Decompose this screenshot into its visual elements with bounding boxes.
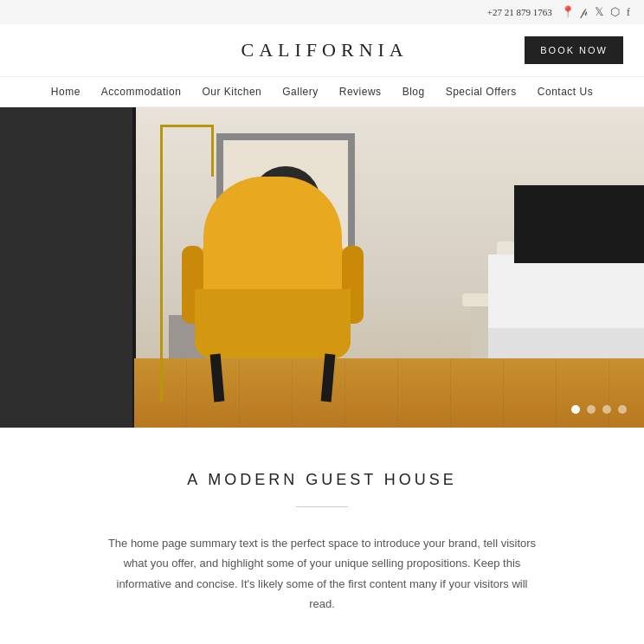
book-now-button[interactable]: BOOK NOW — [525, 36, 623, 64]
facebook-icon[interactable]: f — [627, 5, 630, 19]
nav-kitchen[interactable]: Our Kitchen — [202, 86, 261, 98]
header: CALIFORNIA BOOK NOW — [0, 24, 644, 77]
slider-dot-2[interactable] — [587, 405, 596, 414]
lamp-pole — [160, 125, 163, 402]
yellow-chair — [195, 211, 351, 358]
hero-image: ✿ — [0, 107, 644, 428]
nav-special-offers[interactable]: Special Offers — [446, 86, 517, 98]
section-divider — [296, 506, 348, 507]
intro-section: A MODERN GUEST HOUSE The home page summa… — [0, 428, 644, 641]
twitter-icon[interactable]: 𝕏 — [595, 5, 603, 19]
slider-dot-3[interactable] — [602, 405, 611, 414]
chair-seat — [195, 289, 351, 358]
chair-body — [195, 211, 351, 358]
intro-heading: A MODERN GUEST HOUSE — [69, 471, 575, 489]
nav-contact[interactable]: Contact Us — [538, 86, 593, 98]
nav-accommodation[interactable]: Accommodation — [101, 86, 182, 98]
nav-blog[interactable]: Blog — [402, 86, 425, 98]
intro-body: The home page summary text is the perfec… — [106, 533, 538, 615]
site-logo: CALIFORNIA — [125, 39, 525, 61]
slider-dot-4[interactable] — [618, 405, 627, 414]
main-nav: Home Accommodation Our Kitchen Gallery R… — [0, 77, 644, 107]
lamp-shade — [211, 125, 214, 177]
social-icons: 📍 𝓅 𝕏 ⬡ f — [561, 5, 630, 19]
instagram-icon[interactable]: ⬡ — [610, 5, 620, 19]
nav-reviews[interactable]: Reviews — [339, 86, 382, 98]
tv-unit — [488, 254, 644, 358]
nav-gallery[interactable]: Gallery — [282, 86, 319, 98]
nav-home[interactable]: Home — [51, 86, 80, 98]
tv-screen — [514, 185, 644, 263]
thumbnail-row — [0, 641, 644, 644]
lamp-top — [160, 125, 212, 127]
tv-shelf — [488, 328, 644, 358]
slider-dots — [571, 405, 627, 414]
top-bar: +27 21 879 1763 📍 𝓅 𝕏 ⬡ f — [0, 0, 644, 24]
phone-number: +27 21 879 1763 — [487, 7, 552, 17]
location-icon[interactable]: 📍 — [561, 5, 575, 19]
hero-slider: ✿ — [0, 107, 644, 428]
pinterest-icon[interactable]: 𝓅 — [582, 5, 588, 19]
room-left-panel — [0, 107, 134, 428]
slider-dot-1[interactable] — [571, 405, 580, 414]
